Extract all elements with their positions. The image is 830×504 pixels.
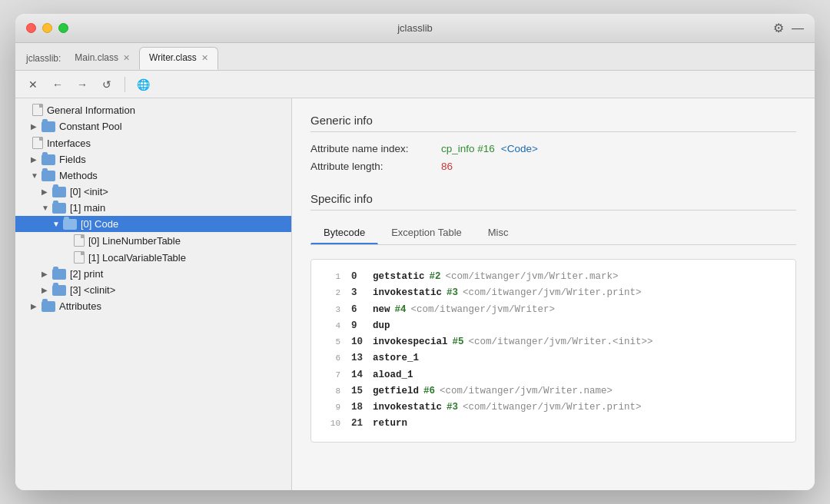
sidebar-item-general-information[interactable]: General Information [15,101,291,118]
close-tab-writer[interactable]: ✕ [201,53,208,63]
sidebar-item-print[interactable]: ▶ [2] print [15,266,291,282]
code-line: 4 9 dup [324,318,783,334]
tab-misc[interactable]: Misc [475,221,522,244]
tab-main-class[interactable]: Main.class ✕ [65,47,139,70]
arrow-icon: ▼ [31,171,42,180]
code-line: 1 0 getstatic #2 <com/itwanger/jvm/Write… [324,269,783,285]
sidebar-label: [0] <init> [70,186,108,197]
sidebar-item-clinit[interactable]: ▶ [3] <clinit> [15,282,291,298]
sidebar-label: [2] print [70,268,103,280]
file-icon [74,234,85,247]
dash-icon[interactable]: — [792,22,804,35]
sidebar-item-code[interactable]: ▼ [0] Code [15,216,291,232]
forward-button[interactable]: → [72,75,92,94]
arrow-icon [63,237,74,245]
titlebar-actions: ⚙ — [773,21,804,35]
maximize-button[interactable] [58,23,68,33]
sidebar-label: General Information [47,104,135,116]
specific-info-section: Specific info Bytecode Exception Table M… [310,192,796,443]
gear-icon[interactable]: ⚙ [773,21,784,35]
generic-info-section: Generic info Attribute name index: cp_in… [310,114,796,172]
sidebar-label: [3] <clinit> [70,284,115,296]
toolbar: ✕ ← → ↺ 🌐 [15,71,815,98]
sidebar-item-main[interactable]: ▼ [1] main [15,200,291,216]
generic-info-title: Generic info [310,114,796,127]
arrow-icon: ▼ [52,220,63,228]
sidebar-label: Constant Pool [59,121,122,132]
folder-icon [52,187,66,197]
sidebar-item-fields[interactable]: ▶ Fields [15,151,291,167]
arrow-icon [63,254,74,262]
sidebar-item-linenumbertable[interactable]: [0] LineNumberTable [15,232,291,249]
code-line: 5 10 invokespecial #5 <com/itwanger/jvm/… [324,334,783,350]
sidebar-label: Fields [59,154,86,165]
main-content: General Information ▶ Constant Pool Inte… [15,98,815,490]
specific-info-title: Specific info [310,192,796,205]
titlebar: jclasslib ⚙ — [15,14,815,43]
folder-icon [42,171,55,181]
folder-icon [42,154,55,165]
code-line: 6 13 astore_1 [324,350,783,366]
sidebar-label: [0] LineNumberTable [88,235,181,247]
attr-length-row: Attribute length: 86 [310,161,796,172]
generic-info-divider [310,131,796,132]
tabbar: jclasslib: Main.class ✕ Writer.class ✕ [15,43,815,71]
file-icon [32,104,43,116]
file-icon [32,137,43,149]
arrow-icon: ▶ [31,122,42,131]
arrow-icon: ▼ [42,204,52,212]
globe-button[interactable]: 🌐 [133,75,153,94]
file-icon [74,251,85,264]
arrow-icon: ▶ [42,187,52,196]
folder-icon [52,269,66,280]
arrow-icon: ▶ [31,155,42,164]
code-line: 2 3 invokestatic #3 <com/itwanger/jvm/Wr… [324,285,783,301]
code-line: 10 21 return [324,416,783,432]
attr-length-label: Attribute length: [310,161,441,172]
folder-icon [52,285,66,296]
window-title: jclasslib [397,22,433,34]
toolbar-separator [124,77,125,92]
arrow-icon: ▶ [31,302,42,310]
sidebar-label: Interfaces [47,138,91,149]
sidebar-item-init[interactable]: ▶ [0] <init> [15,184,291,200]
sidebar-item-methods[interactable]: ▼ Methods [15,167,291,184]
right-panel: Generic info Attribute name index: cp_in… [292,98,815,490]
arrow-icon [22,139,32,148]
refresh-button[interactable]: ↺ [97,75,117,94]
close-button[interactable] [26,23,36,33]
attr-name-row: Attribute name index: cp_info #16 <Code> [310,143,796,154]
attr-name-value-ref[interactable]: cp_info #16 [441,143,495,154]
sidebar-item-interfaces[interactable]: Interfaces [15,134,291,151]
app-window: jclasslib ⚙ — jclasslib: Main.class ✕ Wr… [15,14,815,490]
attr-length-value: 86 [441,161,453,172]
sidebar-item-constant-pool[interactable]: ▶ Constant Pool [15,118,291,134]
sidebar-item-attributes[interactable]: ▶ Attributes [15,298,291,314]
sidebar-item-localvariabletable[interactable]: [1] LocalVariableTable [15,249,291,266]
code-line: 8 15 getfield #6 <com/itwanger/jvm/Write… [324,383,783,400]
close-toolbar-button[interactable]: ✕ [23,75,43,94]
sidebar-label: Methods [59,170,98,181]
folder-icon [52,203,66,214]
arrow-icon: ▶ [42,286,52,294]
sidebar-label: [0] Code [81,218,118,230]
arrow-icon [22,106,32,114]
tab-bytecode[interactable]: Bytecode [310,221,378,244]
tab-prefix: jclasslib: [22,53,65,70]
sidebar-label: Attributes [59,300,101,312]
sidebar-label: [1] LocalVariableTable [88,252,186,264]
sidebar-label: [1] main [70,202,105,214]
arrow-icon: ▶ [42,270,52,278]
tab-writer-class[interactable]: Writer.class ✕ [139,47,218,70]
minimize-button[interactable] [42,23,52,33]
specific-info-divider [310,210,796,211]
folder-icon [63,219,77,230]
bytecode-area: 1 0 getstatic #2 <com/itwanger/jvm/Write… [310,259,796,443]
attr-name-value-code: <Code> [501,143,538,154]
sidebar: General Information ▶ Constant Pool Inte… [15,98,292,490]
traffic-lights [26,23,68,33]
back-button[interactable]: ← [48,75,68,94]
close-tab-main[interactable]: ✕ [123,53,130,63]
tab-exception-table[interactable]: Exception Table [378,221,475,244]
code-line: 3 6 new #4 <com/itwanger/jvm/Writer> [324,302,783,318]
